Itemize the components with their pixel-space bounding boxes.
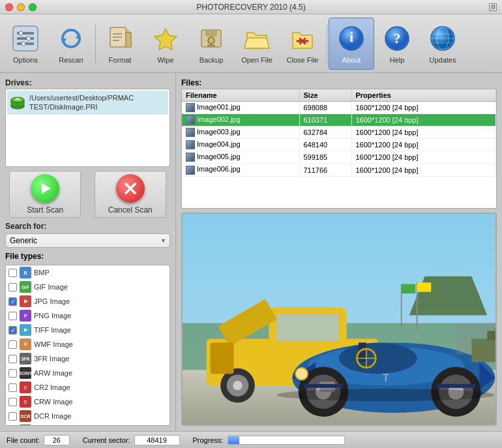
ft-checkbox-dcr[interactable] (8, 412, 17, 421)
ft-icon-gif: GIF (20, 281, 31, 293)
scan-buttons: Start Scan Cancel Scan (5, 171, 170, 218)
resize-button[interactable]: ⊡ (489, 3, 497, 11)
files-table-container[interactable]: Filename Size Properties Image001.jpg698… (181, 89, 497, 209)
file-count-label: File count: (7, 436, 40, 444)
col-properties[interactable]: Properties (351, 89, 496, 102)
toolbar-open-file[interactable]: Open File (234, 18, 280, 70)
ft-name-png: PNG Image (34, 312, 71, 320)
svg-rect-71 (437, 384, 476, 388)
toolbar-updates[interactable]: Updates (420, 18, 465, 70)
drive-path: /Users/usertest/Desktop/PRMAC TEST/DiskI… (29, 93, 166, 112)
toolbar-wipe[interactable]: Wipe (143, 18, 188, 70)
svg-text:i: i (349, 29, 353, 45)
table-row[interactable]: Image004.jpg6481401600*1200 [24 bpp] (182, 139, 496, 151)
cancel-scan-icon (116, 174, 145, 203)
svg-point-58 (339, 342, 417, 374)
start-scan-button[interactable]: Start Scan (9, 171, 81, 218)
file-size-cell: 698088 (299, 102, 351, 114)
cancel-scan-button[interactable]: Cancel Scan (95, 171, 166, 218)
ft-checkbox-jpg[interactable]: ✓ (8, 297, 17, 306)
svg-rect-55 (211, 342, 234, 374)
file-count-group: File count: 26 (7, 435, 70, 445)
file-props-cell: 1600*1200 [24 bpp] (351, 151, 496, 164)
table-row[interactable]: Image006.jpg7117661600*1200 [24 bpp] (182, 164, 496, 176)
filetype-item-bmp[interactable]: BBMP (6, 265, 170, 280)
current-sector-value: 48419 (134, 435, 180, 445)
close-file-icon (288, 23, 317, 53)
filetype-item-dcr[interactable]: DCRDCR Image (6, 409, 170, 423)
filetype-item-crw[interactable]: CCRW Image (6, 395, 170, 409)
minimize-button[interactable] (17, 3, 25, 11)
filetype-item-arw[interactable]: SONYARW Image (6, 366, 170, 380)
separator-1 (95, 24, 96, 63)
drives-section: Drives: /Users/usertest/Desktop/PRMA (5, 78, 170, 167)
progress-group: Progress: (193, 436, 345, 445)
toolbar-close-file[interactable]: Close File (280, 18, 325, 70)
svg-point-4 (19, 31, 23, 35)
ft-checkbox-png[interactable] (8, 312, 17, 320)
filetypes-container[interactable]: BBMPGIFGIF Image✓▶JPG ImagePPNG Image✓▶T… (5, 265, 170, 426)
about-label: About (342, 56, 361, 64)
ft-checkbox-wmf[interactable] (8, 340, 17, 349)
search-label: Search for: (5, 222, 170, 231)
filetype-item-gif[interactable]: GIFGIF Image (6, 280, 170, 294)
table-row[interactable]: Image003.jpg6327841600*1200 [24 bpp] (182, 127, 496, 139)
search-select[interactable]: Generic JPEG RAW All Types (5, 233, 170, 248)
file-props-cell: 1600*1200 [24 bpp] (351, 164, 496, 176)
ft-checkbox-3fr[interactable] (8, 355, 17, 363)
ft-checkbox-gif[interactable] (8, 283, 17, 291)
filetype-item-3fr[interactable]: 3FR3FR Image (6, 351, 170, 366)
sector-group: Current sector: 48419 (83, 435, 180, 445)
col-size[interactable]: Size (299, 89, 351, 102)
help-label: Help (390, 56, 405, 64)
toolbar-backup[interactable]: Backup (188, 18, 234, 70)
drives-box[interactable]: /Users/usertest/Desktop/PRMAC TEST/DiskI… (5, 89, 170, 167)
updates-icon (428, 23, 458, 53)
ft-checkbox-cr2[interactable] (8, 383, 17, 392)
progress-bar-container (228, 436, 345, 445)
ft-checkbox-crw[interactable] (8, 398, 17, 406)
table-row[interactable]: Image005.jpg5991851600*1200 [24 bpp] (182, 151, 496, 164)
filetype-item-cr2[interactable]: CCR2 Image (6, 380, 170, 395)
ft-name-dcr: DCR Image (34, 412, 71, 420)
filetype-item-png[interactable]: PPNG Image (6, 308, 170, 323)
toolbar-options[interactable]: Options (3, 18, 48, 70)
file-size-cell: 610371 (299, 114, 351, 127)
file-size-cell: 648140 (299, 139, 351, 151)
file-props-cell: 1600*1200 [24 bpp] (351, 114, 496, 127)
ft-icon-jpg: ▶ (20, 295, 31, 307)
svg-text:?: ? (394, 30, 401, 46)
ft-name-wmf: WMF Image (34, 340, 73, 348)
drive-item[interactable]: /Users/usertest/Desktop/PRMAC TEST/DiskI… (7, 91, 168, 115)
toolbar-format[interactable]: Format (97, 18, 143, 70)
filetype-item-tiff[interactable]: ✓▶TIFF Image (6, 323, 170, 337)
table-row[interactable]: Image002.jpg6103711600*1200 [24 bpp] (182, 114, 496, 127)
file-thumb-cell: Image003.jpg (182, 127, 299, 139)
preview-container: T (181, 213, 497, 426)
ft-icon-crw: C (20, 396, 31, 408)
preview-image: T (183, 214, 495, 425)
toolbar-about[interactable]: i About (329, 18, 374, 70)
filetype-item-jpg[interactable]: ✓▶JPG Image (6, 294, 170, 308)
table-row[interactable]: Image001.jpg6980881600*1200 [24 bpp] (182, 102, 496, 114)
ft-checkbox-tiff[interactable]: ✓ (8, 326, 17, 335)
ft-icon-png: P (20, 310, 31, 321)
filetype-item-wmf[interactable]: ⊙WMF Image (6, 337, 170, 351)
close-button[interactable] (5, 3, 13, 11)
ft-name-bmp: BMP (34, 269, 50, 276)
file-props-cell: 1600*1200 [24 bpp] (351, 139, 496, 151)
filetype-item-dng[interactable]: ◈DNG Image (6, 423, 170, 426)
svg-point-16 (208, 37, 214, 44)
toolbar-help[interactable]: ? Help (374, 18, 420, 70)
ft-checkbox-bmp[interactable] (8, 269, 17, 277)
ft-checkbox-arw[interactable] (8, 369, 17, 378)
backup-label: Backup (199, 56, 224, 64)
titlebar: PHOTORECOVERY 2010 (4.5) ⊡ (0, 0, 502, 14)
file-size-cell: 632784 (299, 127, 351, 139)
maximize-button[interactable] (29, 3, 37, 11)
ft-icon-wmf: ⊙ (20, 338, 31, 350)
col-filename[interactable]: Filename (182, 89, 299, 102)
toolbar-rescan[interactable]: Rescan (48, 18, 94, 70)
files-section: Files: Filename Size Properties Image001… (181, 78, 497, 209)
file-props-cell: 1600*1200 [24 bpp] (351, 127, 496, 139)
